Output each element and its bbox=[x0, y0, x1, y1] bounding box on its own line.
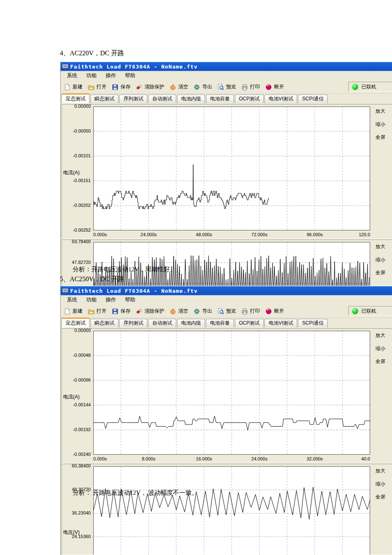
toolbar-button-label: 打印 bbox=[250, 83, 260, 90]
menu-item-2[interactable]: 操作 bbox=[103, 71, 119, 80]
tab-SCPI通信[interactable]: SCPI通信 bbox=[298, 95, 328, 103]
export-button[interactable]: 导出 bbox=[194, 83, 212, 90]
tab-定态测试[interactable]: 定态测试 bbox=[61, 93, 90, 103]
menu-item-0[interactable]: 系统 bbox=[64, 296, 80, 304]
zoom-in-button[interactable]: 放大 bbox=[375, 108, 385, 115]
clear-protection-button[interactable]: 清除保护 bbox=[136, 83, 164, 90]
save-button[interactable]: 保存 bbox=[112, 83, 130, 90]
tab-序列测试[interactable]: 序列测试 bbox=[119, 319, 147, 327]
open-button[interactable]: 打开 bbox=[88, 83, 106, 90]
zoom-in-button[interactable]: 放大 bbox=[375, 243, 385, 250]
toolbar-button-label: 清空 bbox=[178, 308, 188, 315]
tab-电池容量[interactable]: 电池容量 bbox=[206, 319, 234, 327]
zoom-in-button[interactable]: 放大 bbox=[375, 332, 385, 339]
preview-icon bbox=[217, 308, 224, 315]
toolbar-button-label: 导出 bbox=[202, 308, 212, 315]
clear-protection-icon bbox=[136, 84, 142, 90]
tab-OCP测试[interactable]: OCP测试 bbox=[235, 95, 264, 103]
x-tick-label: 24.000s bbox=[141, 232, 157, 237]
chart-panel-voltage: 电压(V)60.3840048.3072036.2304024.15360放大缩… bbox=[61, 464, 392, 555]
plot-area[interactable] bbox=[93, 466, 370, 555]
app-window-1: Faithtech Load FT6304A - NoName.ftv 系统功能… bbox=[60, 62, 392, 286]
window-titlebar[interactable]: Faithtech Load FT6304A - NoName.ftv bbox=[61, 62, 392, 71]
fullscreen-button[interactable]: 全屏 bbox=[375, 493, 385, 500]
y-tick-label: 59.78400 bbox=[62, 240, 91, 244]
disconnect-button[interactable]: 断开 bbox=[265, 308, 284, 315]
tab-电池内阻[interactable]: 电池内阻 bbox=[177, 319, 205, 327]
open-button[interactable]: 打开 bbox=[88, 308, 106, 315]
toolbar: 新建打开保存清除保护清空导出预览打印断开已联机 bbox=[61, 81, 392, 94]
y-tick-label: -0.00048 bbox=[62, 353, 91, 358]
zoom-out-button[interactable]: 缩小 bbox=[375, 121, 385, 128]
menu-item-1[interactable]: 功能 bbox=[83, 296, 99, 304]
save-icon bbox=[112, 308, 118, 315]
x-tick-label: 120.0 bbox=[359, 232, 370, 237]
new-button[interactable]: 新建 bbox=[64, 83, 83, 90]
preview-button[interactable]: 预览 bbox=[217, 83, 236, 90]
tab-SCPI通信[interactable]: SCPI通信 bbox=[298, 319, 328, 327]
toolbar-button-label: 清除保护 bbox=[144, 308, 164, 315]
menu-item-3[interactable]: 帮助 bbox=[122, 71, 138, 80]
print-button[interactable]: 打印 bbox=[241, 308, 260, 315]
toolbar-button-label: 保存 bbox=[120, 308, 130, 315]
export-icon bbox=[194, 84, 200, 90]
tab-瞬态测试[interactable]: 瞬态测试 bbox=[90, 95, 118, 103]
zoom-out-button[interactable]: 缩小 bbox=[375, 481, 385, 488]
menu-item-0[interactable]: 系统 bbox=[64, 71, 80, 80]
toolbar-button-label: 预览 bbox=[226, 308, 236, 315]
x-tick-label: 40.0 bbox=[361, 456, 370, 461]
toolbar-button-label: 断开 bbox=[274, 308, 284, 315]
disconnect-icon bbox=[265, 308, 272, 315]
plot-area[interactable] bbox=[93, 331, 370, 456]
tab-电池VI测试[interactable]: 电池VI测试 bbox=[264, 319, 297, 327]
plot-area[interactable] bbox=[93, 107, 370, 232]
tab-序列测试[interactable]: 序列测试 bbox=[119, 95, 147, 103]
tab-电池内阻[interactable]: 电池内阻 bbox=[177, 95, 205, 103]
print-icon bbox=[241, 308, 248, 315]
zoom-out-button[interactable]: 缩小 bbox=[375, 345, 385, 352]
zoom-out-button[interactable]: 缩小 bbox=[375, 256, 385, 263]
tab-自动测试[interactable]: 自动测试 bbox=[148, 319, 176, 327]
y-tick-label: -0.00151 bbox=[62, 178, 91, 183]
tab-电池VI测试[interactable]: 电池VI测试 bbox=[264, 95, 297, 103]
x-tick-label: 16.000s bbox=[196, 456, 212, 461]
y-tick-label: 0.00000 bbox=[62, 328, 91, 333]
export-button[interactable]: 导出 bbox=[194, 308, 212, 315]
open-icon bbox=[88, 84, 94, 90]
print-button[interactable]: 打印 bbox=[241, 83, 260, 90]
disconnect-button[interactable]: 断开 bbox=[265, 83, 284, 90]
analysis-note-2: 分析： 开路电压波动12V， 波动幅度不一致。 bbox=[73, 489, 198, 497]
clear-protection-button[interactable]: 清除保护 bbox=[136, 308, 164, 315]
fullscreen-button[interactable]: 全屏 bbox=[375, 269, 385, 276]
toolbar-button-label: 打印 bbox=[250, 308, 260, 315]
new-button[interactable]: 新建 bbox=[64, 308, 83, 315]
save-button[interactable]: 保存 bbox=[112, 308, 130, 315]
window-titlebar[interactable]: Faithtech Load FT6304A - NoName.ftv bbox=[61, 286, 392, 295]
section-heading-4: 4、AC220V，DC 开路 bbox=[60, 49, 124, 58]
toolbar-button-label: 清空 bbox=[178, 83, 188, 90]
toolbar-button-label: 保存 bbox=[120, 83, 130, 90]
preview-button[interactable]: 预览 bbox=[217, 308, 236, 315]
menu-item-3[interactable]: 帮助 bbox=[122, 296, 138, 304]
connection-status-label: 已联机 bbox=[361, 308, 376, 315]
fullscreen-button[interactable]: 全屏 bbox=[375, 358, 385, 365]
plot-area[interactable] bbox=[93, 242, 370, 286]
plot-canvas bbox=[93, 107, 370, 230]
tab-OCP测试[interactable]: OCP测试 bbox=[235, 319, 264, 327]
menu-item-1[interactable]: 功能 bbox=[83, 71, 99, 80]
clear-button[interactable]: 清空 bbox=[170, 308, 188, 315]
x-tick-label: 8.000s bbox=[142, 456, 156, 461]
tab-自动测试[interactable]: 自动测试 bbox=[148, 95, 176, 103]
clear-button[interactable]: 清空 bbox=[170, 83, 188, 90]
toolbar-button-label: 新建 bbox=[73, 308, 83, 315]
tab-定态测试[interactable]: 定态测试 bbox=[61, 318, 90, 327]
zoom-in-button[interactable]: 放大 bbox=[375, 467, 385, 474]
tab-电池容量[interactable]: 电池容量 bbox=[206, 95, 234, 103]
clear-icon bbox=[170, 84, 176, 90]
new-icon bbox=[64, 308, 71, 315]
tab-瞬态测试[interactable]: 瞬态测试 bbox=[90, 319, 118, 327]
menu-item-2[interactable]: 操作 bbox=[103, 296, 119, 304]
analysis-note-1: 分析：开路电压波动12V，周期性好。 bbox=[73, 266, 176, 273]
app-window-2: Faithtech Load FT6304A - NoName.ftv 系统功能… bbox=[60, 286, 392, 555]
fullscreen-button[interactable]: 全屏 bbox=[375, 134, 385, 141]
